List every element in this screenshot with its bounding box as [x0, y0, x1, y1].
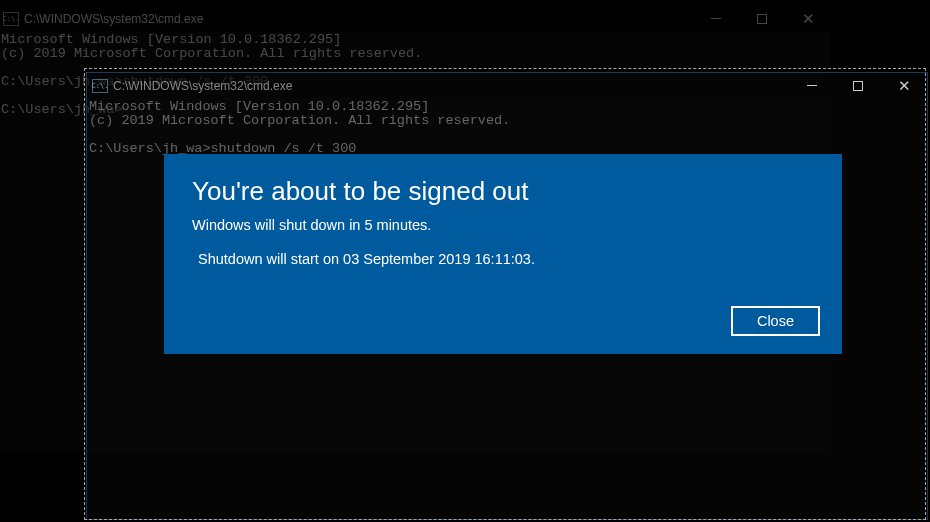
window-controls-back: ✕	[693, 6, 831, 31]
maximize-button[interactable]	[835, 73, 881, 98]
maximize-button[interactable]	[739, 6, 785, 31]
close-window-button[interactable]: ✕	[881, 73, 927, 98]
window-title-front: C:\WINDOWS\system32\cmd.exe	[113, 79, 789, 93]
output-line: Microsoft Windows [Version 10.0.18362.29…	[1, 32, 341, 47]
dialog-title: You're about to be signed out	[192, 176, 814, 207]
output-line: Microsoft Windows [Version 10.0.18362.29…	[89, 99, 429, 114]
titlebar-front[interactable]: C:\. C:\WINDOWS\system32\cmd.exe ✕	[87, 73, 927, 98]
dialog-message-1: Windows will shut down in 5 minutes.	[192, 217, 814, 233]
minimize-icon	[807, 85, 817, 86]
minimize-button[interactable]	[693, 6, 739, 31]
titlebar-back: C:\. C:\WINDOWS\system32\cmd.exe ✕	[0, 6, 831, 31]
close-icon: ✕	[802, 10, 815, 28]
close-button[interactable]: Close	[731, 306, 820, 336]
output-line: (c) 2019 Microsoft Corporation. All righ…	[89, 113, 510, 128]
cmd-icon: C:\.	[92, 79, 108, 93]
shutdown-dialog: You're about to be signed out Windows wi…	[164, 154, 842, 354]
maximize-icon	[853, 81, 863, 91]
close-icon: ✕	[898, 77, 911, 95]
close-window-button[interactable]: ✕	[785, 6, 831, 31]
minimize-button[interactable]	[789, 73, 835, 98]
minimize-icon	[711, 18, 721, 19]
output-line: (c) 2019 Microsoft Corporation. All righ…	[1, 46, 422, 61]
window-title-back: C:\WINDOWS\system32\cmd.exe	[24, 12, 693, 26]
terminal-output-front: Microsoft Windows [Version 10.0.18362.29…	[87, 98, 927, 156]
window-controls-front: ✕	[789, 73, 927, 98]
cmd-icon: C:\.	[3, 12, 19, 26]
dialog-buttons: Close	[731, 306, 820, 336]
maximize-icon	[757, 14, 767, 24]
dialog-message-2: Shutdown will start on 03 September 2019…	[192, 251, 814, 267]
